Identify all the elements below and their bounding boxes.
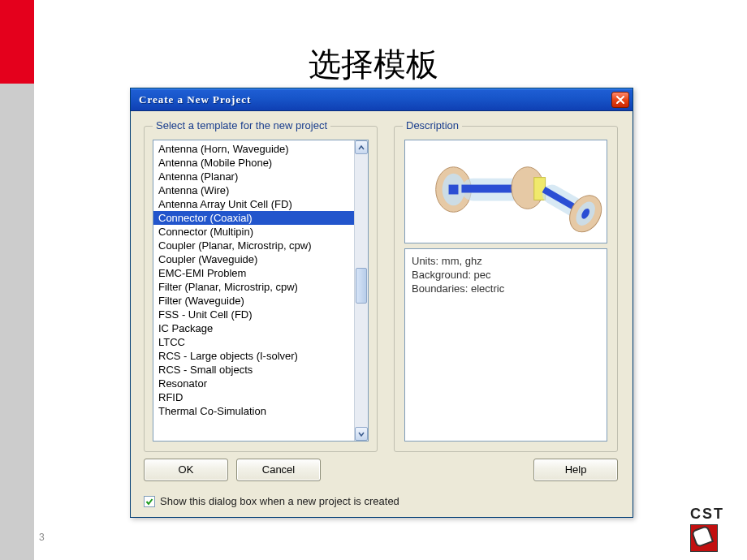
cst-logo: CST bbox=[690, 506, 739, 552]
list-item[interactable]: Filter (Planar, Microstrip, cpw) bbox=[153, 280, 354, 294]
check-icon bbox=[145, 498, 153, 506]
description-text: Units: mm, ghz Background: pec Boundarie… bbox=[404, 248, 607, 442]
dialog-title: Create a New Project bbox=[139, 93, 251, 106]
template-list-inner: Antenna (Horn, Waveguide)Antenna (Mobile… bbox=[153, 140, 354, 441]
list-item[interactable]: Coupler (Planar, Microstrip, cpw) bbox=[153, 239, 354, 252]
show-dialog-checkbox[interactable] bbox=[144, 496, 155, 507]
ok-button[interactable]: OK bbox=[144, 459, 228, 481]
list-item[interactable]: RCS - Large objects (I-solver) bbox=[153, 349, 354, 363]
decorative-grey-block bbox=[0, 84, 34, 560]
chevron-up-icon bbox=[358, 145, 365, 150]
cst-logo-clip-icon bbox=[691, 525, 714, 548]
list-item[interactable]: Resonator bbox=[153, 377, 354, 390]
connector-preview-icon bbox=[405, 140, 607, 243]
scroll-track[interactable] bbox=[355, 154, 368, 427]
list-item[interactable]: Thermal Co-Simulation bbox=[153, 404, 354, 418]
show-dialog-checkbox-row[interactable]: Show this dialog box when a new project … bbox=[144, 495, 399, 507]
list-item[interactable]: Connector (Multipin) bbox=[153, 225, 354, 239]
template-preview bbox=[404, 140, 607, 243]
page-number: 3 bbox=[39, 532, 45, 543]
scroll-up-button[interactable] bbox=[355, 140, 368, 154]
dialog-body: Select a template for the new project An… bbox=[131, 111, 633, 517]
list-item[interactable]: Coupler (Waveguide) bbox=[153, 252, 354, 266]
templates-groupbox: Select a template for the new project An… bbox=[144, 126, 378, 452]
templates-legend: Select a template for the new project bbox=[153, 119, 330, 131]
close-icon bbox=[616, 96, 624, 104]
list-item[interactable]: Antenna Array Unit Cell (FD) bbox=[153, 197, 354, 211]
dialog-titlebar: Create a New Project bbox=[131, 88, 633, 111]
template-listbox[interactable]: Antenna (Horn, Waveguide)Antenna (Mobile… bbox=[153, 140, 369, 442]
list-item[interactable]: IC Package bbox=[153, 321, 354, 335]
svg-rect-2 bbox=[449, 185, 459, 195]
list-item[interactable]: Antenna (Horn, Waveguide) bbox=[153, 142, 354, 156]
help-button[interactable]: Help bbox=[533, 459, 618, 481]
list-item[interactable]: Connector (Coaxial) bbox=[153, 211, 354, 225]
close-button[interactable] bbox=[611, 92, 629, 108]
cst-logo-square bbox=[690, 524, 718, 552]
description-groupbox: Description bbox=[394, 126, 618, 452]
description-units: Units: mm, ghz bbox=[412, 254, 600, 268]
list-item[interactable]: Antenna (Mobile Phone) bbox=[153, 156, 354, 170]
description-background: Background: pec bbox=[412, 268, 600, 282]
list-item[interactable]: Filter (Waveguide) bbox=[153, 294, 354, 308]
scrollbar[interactable] bbox=[354, 140, 368, 441]
list-item[interactable]: Antenna (Wire) bbox=[153, 183, 354, 197]
create-project-dialog: Create a New Project Select a template f… bbox=[130, 88, 633, 518]
show-dialog-label: Show this dialog box when a new project … bbox=[160, 495, 399, 507]
list-item[interactable]: EMC-EMI Problem bbox=[153, 266, 354, 280]
list-item[interactable]: RFID bbox=[153, 390, 354, 404]
description-boundaries: Boundaries: electric bbox=[412, 282, 600, 295]
list-item[interactable]: FSS - Unit Cell (FD) bbox=[153, 308, 354, 321]
list-item[interactable]: Antenna (Planar) bbox=[153, 170, 354, 183]
cst-logo-text: CST bbox=[690, 506, 739, 523]
cancel-button[interactable]: Cancel bbox=[236, 459, 321, 481]
description-legend: Description bbox=[403, 119, 462, 131]
list-item[interactable]: LTCC bbox=[153, 335, 354, 349]
list-item[interactable]: RCS - Small objects bbox=[153, 363, 354, 377]
chevron-down-icon bbox=[358, 432, 365, 437]
page-title: 选择模板 bbox=[0, 42, 747, 87]
scroll-down-button[interactable] bbox=[355, 427, 368, 441]
scroll-thumb[interactable] bbox=[356, 268, 367, 304]
